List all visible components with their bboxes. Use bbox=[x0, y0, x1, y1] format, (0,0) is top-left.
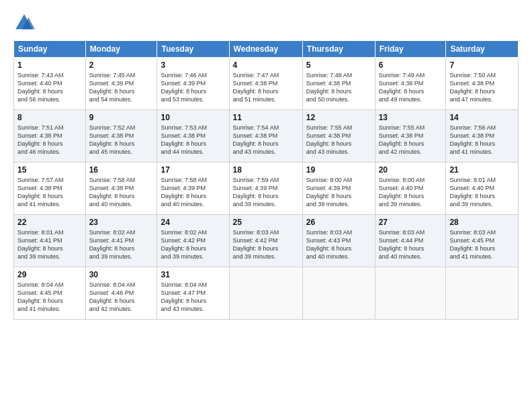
calendar-week-row: 8Sunrise: 7:51 AM Sunset: 4:38 PM Daylig… bbox=[14, 110, 519, 163]
calendar-cell: 15Sunrise: 7:57 AM Sunset: 4:38 PM Dayli… bbox=[14, 163, 86, 215]
day-info: Sunrise: 8:02 AM Sunset: 4:42 PM Dayligh… bbox=[161, 228, 225, 261]
calendar-cell: 1Sunrise: 7:43 AM Sunset: 4:40 PM Daylig… bbox=[14, 58, 86, 110]
day-info: Sunrise: 7:58 AM Sunset: 4:39 PM Dayligh… bbox=[161, 176, 225, 209]
day-number: 20 bbox=[379, 165, 443, 175]
day-info: Sunrise: 7:52 AM Sunset: 4:38 PM Dayligh… bbox=[89, 124, 154, 156]
weekday-header: Sunday bbox=[14, 41, 86, 58]
day-info: Sunrise: 8:03 AM Sunset: 4:42 PM Dayligh… bbox=[233, 228, 299, 261]
day-info: Sunrise: 7:49 AM Sunset: 4:38 PM Dayligh… bbox=[379, 71, 443, 104]
day-info: Sunrise: 8:04 AM Sunset: 4:45 PM Dayligh… bbox=[17, 281, 82, 314]
calendar-cell: 17Sunrise: 7:58 AM Sunset: 4:39 PM Dayli… bbox=[157, 163, 229, 215]
day-number: 5 bbox=[306, 60, 371, 70]
day-number: 28 bbox=[449, 218, 515, 227]
header bbox=[13, 12, 519, 34]
calendar-cell: 14Sunrise: 7:56 AM Sunset: 4:38 PM Dayli… bbox=[446, 110, 519, 163]
day-info: Sunrise: 7:56 AM Sunset: 4:38 PM Dayligh… bbox=[449, 124, 515, 156]
day-number: 7 bbox=[449, 60, 515, 70]
weekday-header: Tuesday bbox=[157, 41, 229, 58]
day-info: Sunrise: 7:55 AM Sunset: 4:38 PM Dayligh… bbox=[306, 124, 371, 156]
calendar-cell: 22Sunrise: 8:01 AM Sunset: 4:41 PM Dayli… bbox=[14, 215, 86, 267]
calendar-cell: 30Sunrise: 8:04 AM Sunset: 4:46 PM Dayli… bbox=[85, 267, 157, 320]
weekday-header: Friday bbox=[375, 41, 446, 58]
calendar-cell: 27Sunrise: 8:03 AM Sunset: 4:44 PM Dayli… bbox=[375, 215, 446, 267]
calendar-cell: 10Sunrise: 7:53 AM Sunset: 4:38 PM Dayli… bbox=[157, 110, 229, 163]
calendar-cell: 13Sunrise: 7:55 AM Sunset: 4:38 PM Dayli… bbox=[375, 110, 446, 163]
calendar-cell: 6Sunrise: 7:49 AM Sunset: 4:38 PM Daylig… bbox=[375, 58, 446, 110]
day-number: 14 bbox=[449, 113, 515, 122]
calendar-cell: 4Sunrise: 7:47 AM Sunset: 4:38 PM Daylig… bbox=[229, 58, 302, 110]
calendar-body: 1Sunrise: 7:43 AM Sunset: 4:40 PM Daylig… bbox=[14, 58, 519, 320]
day-info: Sunrise: 7:55 AM Sunset: 4:38 PM Dayligh… bbox=[379, 124, 443, 156]
day-number: 13 bbox=[379, 113, 443, 122]
day-info: Sunrise: 7:46 AM Sunset: 4:39 PM Dayligh… bbox=[161, 71, 225, 104]
day-info: Sunrise: 7:50 AM Sunset: 4:38 PM Dayligh… bbox=[449, 71, 515, 104]
calendar-cell: 21Sunrise: 8:01 AM Sunset: 4:40 PM Dayli… bbox=[446, 163, 519, 215]
day-number: 23 bbox=[89, 218, 154, 227]
day-number: 30 bbox=[89, 270, 154, 279]
calendar-cell: 7Sunrise: 7:50 AM Sunset: 4:38 PM Daylig… bbox=[446, 58, 519, 110]
day-number: 31 bbox=[161, 270, 225, 279]
calendar-week-row: 22Sunrise: 8:01 AM Sunset: 4:41 PM Dayli… bbox=[14, 215, 519, 267]
day-info: Sunrise: 7:57 AM Sunset: 4:38 PM Dayligh… bbox=[17, 176, 82, 209]
weekday-header: Saturday bbox=[446, 41, 519, 58]
day-number: 19 bbox=[306, 165, 371, 175]
calendar-header: SundayMondayTuesdayWednesdayThursdayFrid… bbox=[14, 41, 519, 58]
day-info: Sunrise: 7:59 AM Sunset: 4:39 PM Dayligh… bbox=[233, 176, 299, 209]
day-info: Sunrise: 7:45 AM Sunset: 4:39 PM Dayligh… bbox=[89, 71, 154, 104]
day-number: 16 bbox=[89, 165, 154, 175]
day-number: 22 bbox=[17, 218, 82, 227]
calendar-cell bbox=[375, 267, 446, 320]
day-number: 2 bbox=[89, 60, 154, 70]
day-number: 3 bbox=[161, 60, 225, 70]
day-info: Sunrise: 8:00 AM Sunset: 4:40 PM Dayligh… bbox=[379, 176, 443, 209]
day-info: Sunrise: 7:47 AM Sunset: 4:38 PM Dayligh… bbox=[233, 71, 299, 104]
calendar-cell bbox=[446, 267, 519, 320]
day-info: Sunrise: 8:01 AM Sunset: 4:41 PM Dayligh… bbox=[17, 228, 82, 261]
calendar-cell: 26Sunrise: 8:03 AM Sunset: 4:43 PM Dayli… bbox=[302, 215, 375, 267]
calendar-cell: 18Sunrise: 7:59 AM Sunset: 4:39 PM Dayli… bbox=[229, 163, 302, 215]
calendar-table: SundayMondayTuesdayWednesdayThursdayFrid… bbox=[13, 40, 519, 320]
calendar-cell: 12Sunrise: 7:55 AM Sunset: 4:38 PM Dayli… bbox=[302, 110, 375, 163]
day-number: 8 bbox=[17, 113, 82, 122]
calendar-week-row: 29Sunrise: 8:04 AM Sunset: 4:45 PM Dayli… bbox=[14, 267, 519, 320]
day-number: 29 bbox=[17, 270, 82, 279]
weekday-header: Wednesday bbox=[229, 41, 302, 58]
day-number: 9 bbox=[89, 113, 154, 122]
day-info: Sunrise: 7:48 AM Sunset: 4:38 PM Dayligh… bbox=[306, 71, 371, 104]
day-number: 10 bbox=[161, 113, 225, 122]
day-info: Sunrise: 8:00 AM Sunset: 4:39 PM Dayligh… bbox=[306, 176, 371, 209]
day-info: Sunrise: 7:51 AM Sunset: 4:38 PM Dayligh… bbox=[17, 124, 82, 156]
calendar-cell: 3Sunrise: 7:46 AM Sunset: 4:39 PM Daylig… bbox=[157, 58, 229, 110]
calendar-cell: 31Sunrise: 8:04 AM Sunset: 4:47 PM Dayli… bbox=[157, 267, 229, 320]
day-info: Sunrise: 8:01 AM Sunset: 4:40 PM Dayligh… bbox=[449, 176, 515, 209]
day-number: 24 bbox=[161, 218, 225, 227]
calendar-cell: 23Sunrise: 8:02 AM Sunset: 4:41 PM Dayli… bbox=[85, 215, 157, 267]
day-number: 18 bbox=[233, 165, 299, 175]
day-number: 21 bbox=[449, 165, 515, 175]
day-number: 6 bbox=[379, 60, 443, 70]
day-number: 26 bbox=[306, 218, 371, 227]
day-info: Sunrise: 7:54 AM Sunset: 4:38 PM Dayligh… bbox=[233, 124, 299, 156]
day-info: Sunrise: 8:04 AM Sunset: 4:46 PM Dayligh… bbox=[89, 281, 154, 314]
day-number: 11 bbox=[233, 113, 299, 122]
calendar-cell: 28Sunrise: 8:03 AM Sunset: 4:45 PM Dayli… bbox=[446, 215, 519, 267]
day-info: Sunrise: 7:43 AM Sunset: 4:40 PM Dayligh… bbox=[17, 71, 82, 104]
day-info: Sunrise: 7:53 AM Sunset: 4:38 PM Dayligh… bbox=[161, 124, 225, 156]
calendar-cell: 5Sunrise: 7:48 AM Sunset: 4:38 PM Daylig… bbox=[302, 58, 375, 110]
weekday-row: SundayMondayTuesdayWednesdayThursdayFrid… bbox=[14, 41, 519, 58]
logo-icon bbox=[13, 12, 35, 34]
day-number: 15 bbox=[17, 165, 82, 175]
calendar-week-row: 1Sunrise: 7:43 AM Sunset: 4:40 PM Daylig… bbox=[14, 58, 519, 110]
calendar-cell: 16Sunrise: 7:58 AM Sunset: 4:38 PM Dayli… bbox=[85, 163, 157, 215]
day-info: Sunrise: 8:03 AM Sunset: 4:44 PM Dayligh… bbox=[379, 228, 443, 261]
day-number: 25 bbox=[233, 218, 299, 227]
day-number: 1 bbox=[17, 60, 82, 70]
weekday-header: Monday bbox=[85, 41, 157, 58]
page: SundayMondayTuesdayWednesdayThursdayFrid… bbox=[0, 0, 532, 411]
logo bbox=[13, 12, 39, 34]
calendar-cell: 8Sunrise: 7:51 AM Sunset: 4:38 PM Daylig… bbox=[14, 110, 86, 163]
day-number: 12 bbox=[306, 113, 371, 122]
day-info: Sunrise: 7:58 AM Sunset: 4:38 PM Dayligh… bbox=[89, 176, 154, 209]
calendar-cell: 24Sunrise: 8:02 AM Sunset: 4:42 PM Dayli… bbox=[157, 215, 229, 267]
calendar-cell: 2Sunrise: 7:45 AM Sunset: 4:39 PM Daylig… bbox=[85, 58, 157, 110]
